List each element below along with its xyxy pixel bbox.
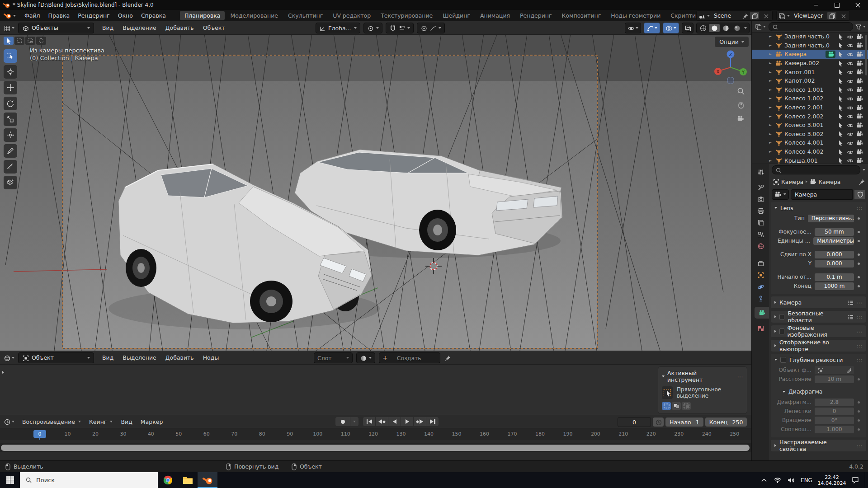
animate-dot[interactable]	[858, 285, 860, 287]
collapsed-panel-header[interactable]: Камера	[771, 296, 866, 308]
selectable-icon[interactable]	[837, 131, 844, 137]
workspace-tab[interactable]: Композитинг	[557, 11, 606, 20]
outliner-row[interactable]: Капот.001	[752, 67, 868, 76]
workspace-tab[interactable]: Рендеринг	[515, 11, 557, 20]
collection-tab[interactable]	[752, 257, 769, 269]
hide-viewport-icon[interactable]	[847, 157, 853, 164]
taskbar-search-input[interactable]: Поиск	[20, 472, 158, 488]
view-layer-tab[interactable]	[752, 216, 769, 228]
outliner-row[interactable]: Крыша.001	[752, 156, 868, 164]
expand-arrow-icon[interactable]	[769, 132, 775, 136]
close-button[interactable]	[847, 0, 868, 10]
expand-arrow-icon[interactable]	[769, 61, 775, 65]
workspace-tab[interactable]: Текстурирование	[376, 11, 437, 20]
hide-viewport-icon[interactable]	[847, 78, 853, 84]
collapsed-panel-header[interactable]: Безопасные области	[771, 311, 866, 323]
workspace-tab[interactable]: UV-редактор	[328, 11, 375, 20]
workspace-tab[interactable]: Скульптинг	[283, 11, 327, 20]
tool-tab[interactable]	[752, 181, 769, 193]
menu-item[interactable]: Ноды	[198, 354, 224, 361]
selectable-icon[interactable]	[837, 42, 844, 48]
workspace-tab[interactable]: Шейдинг	[438, 11, 475, 20]
pivot-point-dropdown[interactable]	[363, 23, 382, 33]
outliner-row[interactable]: Задняя часть.0	[752, 32, 868, 41]
show-desktop-button[interactable]	[865, 472, 868, 488]
editor-type-button[interactable]	[4, 355, 14, 361]
wifi-icon[interactable]	[771, 472, 784, 488]
jump-to-start-button[interactable]	[363, 417, 376, 426]
menu-item[interactable]: Рендеринг	[74, 12, 114, 19]
menu-item[interactable]: Выделение	[118, 24, 160, 31]
editor-type-button[interactable]	[4, 25, 14, 31]
datablock-type-dropdown[interactable]	[772, 189, 789, 200]
mode-extend-button[interactable]	[672, 402, 681, 410]
navigation-gizmo[interactable]: Z X Y	[713, 50, 748, 84]
property-value-field[interactable]: Миллиметры	[813, 237, 854, 245]
editor-type-button[interactable]	[4, 418, 14, 425]
animate-dot[interactable]	[858, 263, 860, 265]
object-name[interactable]: Колесо 3.001	[784, 122, 837, 128]
shading-rendered-button[interactable]	[731, 24, 742, 32]
expand-arrow-icon[interactable]	[769, 105, 775, 109]
snap-control[interactable]	[386, 23, 414, 33]
output-tab[interactable]	[752, 205, 769, 216]
tool-panel-title[interactable]: Активный инструмент	[667, 370, 732, 383]
animate-dot[interactable]	[858, 240, 860, 242]
object-name[interactable]: Колесо 1.001	[784, 86, 837, 93]
menu-item[interactable]: Вид	[117, 418, 136, 425]
expand-arrow-icon[interactable]	[769, 141, 775, 145]
start-button[interactable]	[0, 472, 20, 488]
hide-viewport-icon[interactable]	[847, 122, 853, 128]
property-value-field[interactable]: Перспективн...	[808, 215, 854, 222]
timeline-track-area[interactable]	[0, 440, 751, 443]
properties-search-input[interactable]	[772, 165, 860, 174]
animate-dot[interactable]	[858, 231, 860, 233]
prev-keyframe-button[interactable]	[376, 417, 388, 426]
material-icon-dropdown[interactable]	[356, 352, 375, 363]
outliner-row[interactable]: Задняя часть.0	[752, 41, 868, 50]
shader-mode-dropdown[interactable]: Объект	[18, 352, 94, 363]
panel-checkbox[interactable]	[779, 314, 784, 320]
world-tab[interactable]	[752, 240, 769, 252]
active-tool-button[interactable]	[662, 386, 673, 399]
hide-viewport-icon[interactable]	[847, 131, 853, 137]
object-name[interactable]: Капот.001	[784, 69, 837, 75]
cursor-tool[interactable]	[4, 65, 17, 79]
animate-dot[interactable]	[858, 378, 860, 380]
object-name[interactable]: Колесо 4.001	[784, 139, 837, 146]
remove-viewlayer-button[interactable]	[839, 12, 848, 19]
auto-keying-button[interactable]	[335, 417, 350, 426]
aperture-subpanel-header[interactable]: Диафрагма	[783, 388, 866, 395]
object-name[interactable]: Колесо 1.002	[784, 95, 837, 102]
scrollbar-thumb[interactable]	[1, 445, 750, 451]
editor-type-button[interactable]	[752, 166, 769, 178]
animate-dot[interactable]	[858, 253, 860, 256]
object-name[interactable]: Задняя часть.0	[784, 33, 837, 40]
xray-toggle[interactable]	[682, 23, 693, 33]
blender-menu-button[interactable]	[4, 12, 16, 19]
hide-viewport-icon[interactable]	[847, 95, 853, 102]
hide-viewport-icon[interactable]	[847, 51, 853, 57]
hide-render-icon[interactable]	[856, 51, 863, 57]
expand-arrow-icon[interactable]	[769, 159, 775, 163]
property-value-field[interactable]: 1.000	[815, 426, 854, 433]
play-reverse-button[interactable]	[388, 417, 401, 426]
file-explorer-taskbar-icon[interactable]	[178, 472, 198, 488]
fake-user-button[interactable]	[854, 190, 865, 199]
play-button[interactable]	[401, 417, 414, 426]
hide-viewport-icon[interactable]	[847, 140, 853, 146]
visibility-dropdown[interactable]	[625, 23, 641, 33]
menu-item[interactable]: Кеинг	[85, 418, 117, 425]
rotate-tool[interactable]	[4, 97, 17, 110]
expand-arrow-icon[interactable]	[769, 123, 775, 127]
taskbar-clock[interactable]: 22:42 14.04.2024	[815, 474, 849, 486]
transform-tool[interactable]	[4, 128, 17, 142]
object-name[interactable]: Капот.002	[784, 77, 837, 84]
camera-view-button[interactable]	[737, 115, 745, 123]
new-viewlayer-button[interactable]	[827, 12, 836, 19]
filter-dropdown[interactable]	[863, 26, 866, 28]
hide-viewport-icon[interactable]	[847, 104, 853, 111]
keying-set-dropdown[interactable]	[350, 417, 359, 426]
hide-viewport-icon[interactable]	[847, 42, 853, 48]
hide-render-icon[interactable]	[856, 157, 863, 164]
